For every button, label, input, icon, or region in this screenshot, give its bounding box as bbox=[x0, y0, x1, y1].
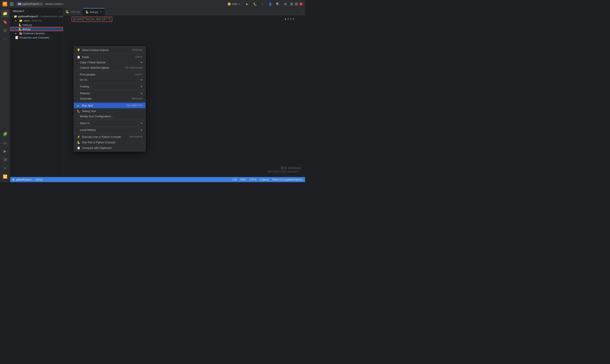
activity-project-icon[interactable]: 📁 bbox=[1, 10, 9, 17]
ctx-label-compare-clipboard: Compare with Clipboard bbox=[82, 146, 111, 149]
ctx-label-open-in: Open In bbox=[80, 122, 90, 125]
search-everywhere-button[interactable]: 🔍 bbox=[275, 1, 280, 7]
tree-label-venv: .venv bbox=[23, 19, 30, 22]
status-python[interactable]: Python 3.12 (pythonProject1) bbox=[273, 178, 302, 181]
ctx-show-context-actions[interactable]: 💡 Show Context Actions Alt+Enter bbox=[74, 47, 145, 53]
ctx-bulb-icon: 💡 bbox=[77, 48, 80, 52]
status-indent[interactable]: 4 spaces bbox=[260, 178, 269, 181]
ctx-execute-line[interactable]: ⚡ Execute Line in Python Console Alt+Shi… bbox=[74, 134, 145, 140]
activity-run-icon[interactable]: ▶ bbox=[1, 147, 9, 155]
ctx-sep-4 bbox=[74, 90, 145, 90]
warning-badge: ▲ 1 ∧ ∨ bbox=[284, 17, 294, 20]
activity-bookmarks-icon[interactable]: 🔖 bbox=[1, 18, 9, 26]
tab-bar: 🐍 main.py 🐍 test.py ✕ ⋮ bbox=[63, 8, 305, 16]
tree-label-scratches: Scratches and Consoles bbox=[19, 36, 49, 39]
ctx-execute-icon: ⚡ bbox=[77, 135, 80, 139]
status-bar: ▶ pythonProject1 › test.py 1:20 CRLF UTF… bbox=[10, 177, 305, 182]
context-menu: 💡 Show Context Actions Alt+Enter 📋 Paste… bbox=[74, 46, 146, 152]
tree-label-test-py: test.py bbox=[23, 27, 30, 31]
more-options-button[interactable]: ⋮ bbox=[260, 1, 265, 7]
ctx-debug-test[interactable]: 🐛 Debug 'test' bbox=[74, 108, 145, 114]
ctx-sep-7 bbox=[74, 126, 145, 127]
profile-button[interactable]: 👤 bbox=[267, 1, 273, 7]
activity-bar: 📁 🔖 ☰ ⋯ 🧩 🗂 ▶ 🖥 ⚠ 🔀 bbox=[0, 8, 10, 182]
activity-layers-icon[interactable]: 🗂 bbox=[1, 139, 9, 146]
python-icon-test: 🐍 bbox=[18, 27, 22, 31]
activity-plugins-icon[interactable]: 🧩 bbox=[1, 130, 9, 138]
ctx-sep-6 bbox=[74, 120, 145, 120]
run-config-dot bbox=[228, 2, 231, 5]
hamburger-menu[interactable] bbox=[9, 1, 14, 7]
status-position[interactable]: 1:20 bbox=[232, 178, 237, 181]
debug-button[interactable]: 🐛 bbox=[252, 1, 258, 7]
sidebar-chevron-icon: ⌄ bbox=[58, 10, 61, 13]
status-project-name: pythonProject1 bbox=[16, 178, 32, 181]
ctx-paste[interactable]: 📋 Paste Ctrl+V bbox=[74, 54, 145, 60]
ctx-label-column-selection: Column Selection Mode bbox=[80, 66, 109, 69]
ctx-run-test[interactable]: ▶ Run 'test' Ctrl+Shift+F10 bbox=[74, 103, 145, 108]
ctx-find-usages[interactable]: Find Usages Alt+F7 bbox=[74, 72, 145, 77]
activity-structure-icon[interactable]: ☰ bbox=[1, 27, 9, 34]
ctx-refactor[interactable]: Refactor ▶ bbox=[74, 91, 145, 96]
status-bar-right: 1:20 CRLF UTF-8 4 spaces Python 3.12 (py… bbox=[232, 178, 302, 181]
venv-library-badge: library root bbox=[32, 19, 41, 22]
folder-icon-venv: 📁 bbox=[19, 19, 23, 22]
ctx-arrow-copy-paste-special: ▶ bbox=[141, 61, 143, 64]
version-control-menu[interactable]: Version control ▾ bbox=[45, 2, 64, 5]
run-button[interactable]: ▶ bbox=[245, 1, 250, 7]
ctx-generate[interactable]: Generate... Alt+Insert bbox=[74, 96, 145, 101]
tab-test-py[interactable]: 🐍 test.py ✕ bbox=[83, 8, 105, 16]
tree-item-main-py[interactable]: 🐍 main.py bbox=[10, 23, 63, 27]
activity-terminal-icon[interactable]: 🖥 bbox=[1, 156, 9, 163]
tree-item-ext-libs[interactable]: ▶ 📚 External Libraries bbox=[10, 31, 63, 35]
tree-item-test-py[interactable]: 🐍 test.py bbox=[10, 27, 63, 31]
ctx-open-in[interactable]: Open In ▶ bbox=[74, 120, 145, 126]
status-project[interactable]: ▶ bbox=[13, 178, 14, 181]
ctx-arrow-refactor: ▶ bbox=[141, 92, 143, 95]
minimize-button[interactable]: — bbox=[290, 2, 293, 5]
ctx-local-history[interactable]: Local History ▶ bbox=[74, 127, 145, 132]
code-selection-box: print("hello World!") bbox=[72, 17, 112, 22]
warning-chevron-up: ∧ bbox=[290, 17, 292, 20]
ext-libs-icon: 📚 bbox=[19, 32, 23, 35]
tab-close-test-py[interactable]: ✕ bbox=[100, 11, 102, 13]
tree-item-scratches[interactable]: 📝 Scratches and Consoles bbox=[10, 35, 63, 39]
activity-vcs-icon[interactable]: 🔀 bbox=[1, 173, 9, 181]
close-button[interactable]: ✕ bbox=[299, 2, 302, 5]
maximize-button[interactable]: ☐ bbox=[295, 2, 298, 5]
ctx-paste-icon: 📋 bbox=[77, 55, 80, 59]
tree-item-root[interactable]: ▾ 📁 pythonProject1 D:\software\python_pr… bbox=[10, 14, 63, 18]
project-dropdown-icon: ▾ bbox=[40, 2, 41, 5]
tree-label-ext-libs: External Libraries bbox=[23, 32, 45, 35]
tab-label-test-py: test.py bbox=[90, 10, 98, 13]
run-config-selector[interactable]: main ▾ bbox=[225, 2, 242, 6]
activity-more-icon[interactable]: ⋯ bbox=[1, 35, 9, 43]
ctx-compare-icon: 📋 bbox=[77, 146, 80, 149]
status-encoding[interactable]: UTF-8 bbox=[249, 178, 256, 181]
titlebar-right: main ▾ ▶ 🐛 ⋮ 👤 🔍 ⚙ — ☐ ✕ bbox=[225, 1, 302, 7]
python-icon-main: 🐍 bbox=[18, 23, 22, 26]
ctx-go-to[interactable]: Go To ▶ bbox=[74, 77, 145, 82]
ctx-folding[interactable]: Folding ▶ bbox=[74, 84, 145, 89]
ctx-run-file-console[interactable]: 🐍 Run File in Python Console bbox=[74, 140, 145, 145]
ctx-label-debug-test: Debug 'test' bbox=[82, 109, 96, 113]
project-name: pythonProject1 bbox=[23, 2, 39, 5]
run-config-dropdown: ▾ bbox=[239, 2, 240, 5]
status-line-ending[interactable]: CRLF bbox=[240, 178, 246, 181]
ctx-label-show-context-actions: Show Context Actions bbox=[82, 49, 109, 52]
ctx-modify-run-config[interactable]: Modify Run Configuration... bbox=[74, 114, 145, 119]
ctx-compare-clipboard[interactable]: 📋 Compare with Clipboard bbox=[74, 145, 145, 151]
settings-button[interactable]: ⚙ bbox=[283, 1, 288, 7]
tree-item-venv[interactable]: ▶ 📁 .venv library root bbox=[10, 18, 63, 23]
tab-more-button[interactable]: ⋮ bbox=[299, 8, 305, 16]
project-selector[interactable]: PP pythonProject1 ▾ bbox=[16, 2, 43, 6]
sidebar: Project ⌄ ▾ 📁 pythonProject1 D:\software… bbox=[10, 8, 63, 182]
project-badge: PP bbox=[18, 3, 22, 5]
ctx-sep-5 bbox=[74, 102, 145, 102]
watermark-line1: 激活 Windows bbox=[268, 166, 301, 170]
ctx-column-selection[interactable]: Column Selection Mode Alt+Shift+Insert bbox=[74, 65, 145, 70]
ctx-copy-paste-special[interactable]: Copy / Paste Special ▶ bbox=[74, 60, 145, 65]
activity-problems-icon[interactable]: ⚠ bbox=[1, 164, 9, 172]
tab-main-py[interactable]: 🐍 main.py bbox=[63, 8, 83, 16]
tree-arrow-root: ▾ bbox=[12, 15, 13, 18]
